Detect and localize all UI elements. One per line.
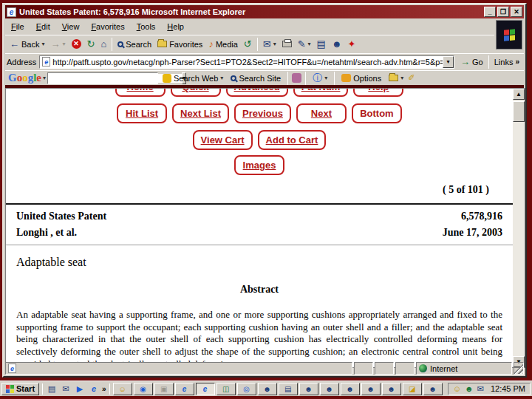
taskbar-button[interactable]: ☻ <box>423 383 443 395</box>
outlook-icon[interactable]: ✉ <box>60 384 72 394</box>
taskbar-button[interactable]: ▤ <box>279 383 298 395</box>
patent-header-row: Longhi , et al. June 17, 2003 <box>6 227 513 239</box>
maximize-button[interactable]: ❐ <box>497 7 509 17</box>
discuss-icon: ▤ <box>317 39 326 49</box>
discuss-button[interactable]: ▤ <box>314 38 329 50</box>
address-dropdown-icon[interactable]: ▾ <box>443 56 454 68</box>
options-button[interactable]: Options <box>338 72 384 84</box>
back-icon: ← <box>10 39 19 49</box>
vertical-scrollbar[interactable]: ▲ ▼ <box>513 89 525 367</box>
toolbar-separator <box>257 38 258 51</box>
taskbar-button[interactable]: ☻ <box>320 383 339 395</box>
images-button[interactable]: Images <box>234 155 284 175</box>
taskbar-button[interactable]: e <box>175 383 194 395</box>
ie-launch-icon[interactable]: e <box>88 384 100 393</box>
browser-viewport: Home Quick Advanced Pat Num Help Hit Lis… <box>5 88 525 368</box>
status-pane <box>375 362 394 375</box>
next-button[interactable]: Next <box>296 103 347 123</box>
help-nav-button[interactable]: Help <box>353 89 403 97</box>
taskbar-button[interactable]: ☻ <box>382 383 401 395</box>
menu-view[interactable]: View <box>56 21 86 33</box>
edit-icon: ✎ <box>298 39 306 49</box>
users-tray-icon[interactable]: ☻ <box>465 385 474 393</box>
favorites-button[interactable]: Favorites <box>154 38 205 50</box>
print-button[interactable] <box>279 39 295 49</box>
taskbar-button[interactable]: ☻ <box>341 383 360 395</box>
taskbar-button[interactable]: ☻ <box>258 383 277 395</box>
search-web-button[interactable]: Search Web ▾ <box>160 72 226 84</box>
forward-button[interactable]: → ▾ <box>47 38 68 50</box>
menu-edit[interactable]: Edit <box>30 21 56 33</box>
taskbar-button-active[interactable]: e <box>196 383 215 395</box>
add-to-cart-button[interactable]: Add to Cart <box>258 130 327 150</box>
search-web-dropdown-icon[interactable]: ▾ <box>220 75 223 81</box>
quick-nav-button[interactable]: Quick <box>171 89 221 97</box>
refresh-button[interactable]: ↻ <box>84 38 98 50</box>
bottom-button[interactable]: Bottom <box>352 103 402 123</box>
toolbar-separator <box>287 72 288 85</box>
status-bar: e Internet <box>5 362 524 375</box>
close-button[interactable]: ✕ <box>511 7 522 17</box>
start-button[interactable]: Start <box>1 383 39 395</box>
scrollbar-thumb[interactable] <box>513 101 525 122</box>
taskbar-button[interactable]: ☻ <box>299 383 318 395</box>
google-dropdown-icon[interactable]: ▾ <box>43 75 46 81</box>
mail-button[interactable]: ✉ ▾ <box>260 38 279 50</box>
page-info-button[interactable]: ⓘ ▾ <box>310 72 330 84</box>
mail-tray-icon[interactable]: ✉ <box>477 385 484 393</box>
pat-num-nav-button[interactable]: Pat Num <box>293 89 349 97</box>
up-directory-button[interactable]: ▾ <box>386 73 406 83</box>
view-cart-button[interactable]: View Cart <box>193 130 253 150</box>
menu-file[interactable]: File <box>5 21 30 33</box>
go-button[interactable]: → Go <box>457 55 486 68</box>
google-logo[interactable]: Google <box>8 72 41 84</box>
taskbar-button[interactable]: ☺ <box>113 383 132 395</box>
search-site-button[interactable]: Search Site <box>228 72 284 84</box>
hit-list-button[interactable]: Hit List <box>117 103 167 123</box>
next-list-button[interactable]: Next List <box>172 103 229 123</box>
taskbar-button[interactable]: ◎ <box>237 383 256 395</box>
edit-button[interactable]: ✎ ▾ <box>295 38 314 50</box>
links-button[interactable]: Links » <box>491 56 522 68</box>
quicklaunch-chevron-icon[interactable]: » <box>102 385 106 393</box>
taskbar-button[interactable]: ◫ <box>216 383 236 395</box>
title-bar[interactable]: e United States Patent: 6,578,916 Micros… <box>5 5 524 18</box>
home-icon: ⌂ <box>100 39 106 49</box>
media-player-icon[interactable]: ▶ <box>74 384 86 394</box>
research-button[interactable]: ✦ <box>345 38 359 50</box>
back-dropdown-icon[interactable]: ▾ <box>41 41 44 47</box>
menu-favorites[interactable]: Favorites <box>85 21 130 33</box>
taskbar-button[interactable]: ▣ <box>154 383 174 395</box>
highlighter-icon[interactable]: ✐ <box>408 73 415 83</box>
taskbar-button[interactable]: ◪ <box>403 383 422 395</box>
resize-grip[interactable] <box>514 362 524 375</box>
previous-button[interactable]: Previous <box>234 103 291 123</box>
scroll-up-icon[interactable]: ▲ <box>513 89 525 100</box>
back-button[interactable]: ← Back ▾ <box>7 38 47 50</box>
mail-dropdown-icon[interactable]: ▾ <box>273 41 276 47</box>
media-button[interactable]: ♪ Media <box>205 38 240 50</box>
up-dropdown-icon[interactable]: ▾ <box>400 75 403 81</box>
history-button[interactable]: ↺ <box>241 38 255 50</box>
menu-tools[interactable]: Tools <box>131 21 162 33</box>
taskbar-button[interactable]: ◉ <box>134 383 153 395</box>
nav-row: Hit List Next List Previous Next Bottom <box>6 103 513 123</box>
edit-dropdown-icon[interactable]: ▾ <box>308 41 311 47</box>
minimize-button[interactable]: _ <box>484 7 496 17</box>
home-nav-button[interactable]: Home <box>115 89 166 97</box>
messenger-tray-icon[interactable]: ☺ <box>453 385 461 393</box>
taskbar: Start ▤ ✉ ▶ e » ☺ ◉ ▣ e e ◫ ◎ ☻ ▤ ☻ ☻ ☻ … <box>0 381 532 396</box>
news-icon[interactable] <box>292 73 301 83</box>
menu-help[interactable]: Help <box>161 21 190 33</box>
stop-button[interactable]: ✕ <box>69 38 84 50</box>
advanced-nav-button[interactable]: Advanced <box>226 89 288 97</box>
messenger-button[interactable]: ☻ <box>329 38 345 50</box>
forward-dropdown-icon[interactable]: ▾ <box>62 41 65 47</box>
show-desktop-icon[interactable]: ▤ <box>46 384 58 394</box>
home-button[interactable]: ⌂ <box>98 38 109 50</box>
google-toolbar: Google ▾ ▾ Search Web ▾ Search Site ⓘ ▾ … <box>5 70 524 85</box>
search-button[interactable]: Search <box>115 38 154 50</box>
address-input[interactable] <box>52 57 443 67</box>
info-dropdown-icon[interactable]: ▾ <box>324 75 327 81</box>
taskbar-button[interactable]: ☻ <box>361 383 381 395</box>
